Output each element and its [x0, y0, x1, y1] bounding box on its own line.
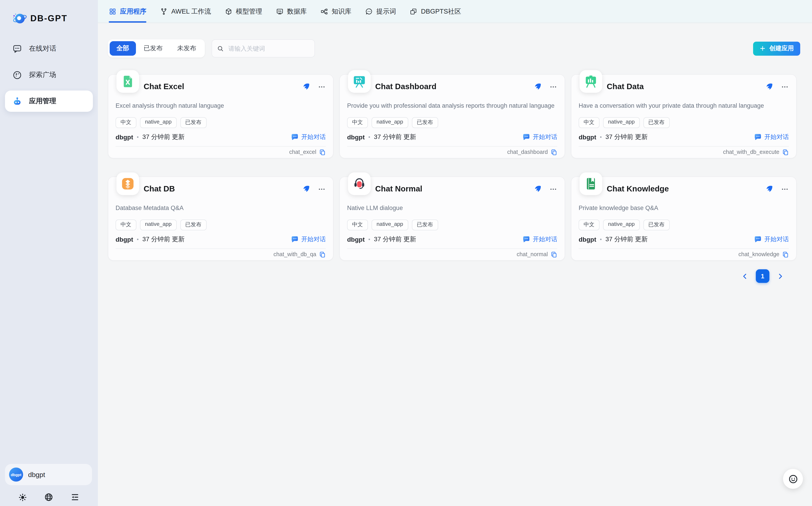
meta-dot: •	[137, 236, 139, 243]
start-chat-link[interactable]: 开始对话	[754, 133, 789, 141]
app-card-chat-dashboard[interactable]: Chat Dashboard Provide you with professi…	[339, 74, 565, 158]
copy-icon[interactable]	[551, 149, 557, 156]
workflow-icon	[160, 7, 167, 15]
meta-dot: •	[600, 134, 602, 140]
chat-start-icon	[291, 133, 298, 141]
tab-awel-workflow[interactable]: AWEL 工作流	[160, 0, 211, 23]
more-menu-icon[interactable]	[318, 185, 326, 193]
app-card-chat-db[interactable]: Chat DB Database Metadata Q&A 中文native_a…	[108, 176, 334, 261]
app-card-updated: 37 分钟前 更新	[142, 235, 185, 244]
copy-icon[interactable]	[782, 149, 789, 156]
create-app-button[interactable]: 创建应用	[753, 41, 800, 56]
plus-icon	[759, 45, 766, 52]
tag-pill: 中文	[116, 220, 136, 230]
app-card-title: Chat Data	[607, 82, 644, 92]
search-icon	[217, 45, 224, 52]
chat-start-icon	[291, 236, 298, 243]
more-menu-icon[interactable]	[781, 185, 789, 193]
start-chat-link[interactable]: 开始对话	[291, 235, 326, 244]
app-card-tags: 中文native_app已发布	[347, 220, 557, 230]
meta-dot: •	[600, 236, 602, 243]
filter-published[interactable]: 已发布	[137, 41, 170, 56]
tag-pill: native_app	[603, 117, 639, 128]
app-card-title: Chat Knowledge	[607, 184, 669, 194]
wing-icon[interactable]	[534, 83, 541, 91]
tag-pill: 已发布	[643, 220, 670, 230]
sidebar-item-explore[interactable]: 探索广场	[5, 64, 93, 86]
app-card-chat-data[interactable]: Chat Data Have a conversation with your …	[571, 74, 797, 158]
collapse-icon[interactable]	[70, 492, 79, 502]
tag-pill: native_app	[140, 220, 177, 230]
more-menu-icon[interactable]	[549, 83, 557, 91]
app-card-owner: dbgpt	[579, 134, 596, 141]
tab-label: 应用程序	[120, 7, 146, 16]
app-card-owner: dbgpt	[116, 134, 133, 141]
language-icon[interactable]	[44, 492, 54, 502]
sidebar-item-online-chat[interactable]: 在线对话	[5, 38, 93, 59]
user-name: dbgpt	[28, 471, 45, 479]
wing-icon[interactable]	[534, 185, 541, 193]
tag-pill: native_app	[140, 117, 177, 128]
search-input[interactable]	[227, 45, 310, 52]
sidebar-item-app-manage[interactable]: 应用管理	[5, 90, 93, 112]
start-chat-link[interactable]: 开始对话	[754, 235, 789, 244]
app-card-owner: dbgpt	[347, 134, 365, 141]
theme-icon[interactable]	[18, 492, 27, 502]
more-menu-icon[interactable]	[549, 185, 557, 193]
app-icon-tile	[580, 70, 602, 93]
tag-pill: 已发布	[180, 220, 206, 230]
filter-unpublished[interactable]: 未发布	[171, 41, 203, 56]
copy-icon[interactable]	[782, 251, 789, 258]
tab-database[interactable]: SQL 数据库	[276, 0, 307, 23]
avatar: dbgpt	[9, 468, 23, 482]
wing-icon[interactable]	[302, 185, 310, 193]
app-card-updated: 37 分钟前 更新	[605, 235, 648, 244]
search-box[interactable]	[212, 39, 315, 58]
sidebar-menu: 在线对话 探索广场 应用管理	[0, 38, 98, 112]
copy-icon[interactable]	[319, 251, 326, 258]
app-card-chat-excel[interactable]: Chat Excel Excel analysis through natura…	[108, 74, 334, 158]
more-menu-icon[interactable]	[318, 83, 326, 91]
app-logo-text: DB-GPT	[30, 14, 68, 23]
chevron-left-icon[interactable]	[741, 273, 748, 279]
tab-dbgpts-community[interactable]: DBGPTS社区	[410, 0, 461, 23]
tab-knowledge[interactable]: 知识库	[320, 0, 351, 23]
tab-apps[interactable]: 应用程序	[109, 0, 146, 23]
start-chat-link[interactable]: 开始对话	[523, 133, 557, 141]
tab-prompt[interactable]: 提示词	[365, 0, 396, 23]
app-card-description: Excel analysis through natural language	[116, 102, 326, 115]
app-card-chat-normal[interactable]: Chat Normal Native LLM dialogue 中文native…	[339, 176, 565, 261]
app-card-grid: Chat Excel Excel analysis through natura…	[108, 74, 800, 261]
app-card-title: Chat Dashboard	[375, 82, 436, 92]
sidebar-item-label: 探索广场	[29, 71, 56, 79]
start-chat-link[interactable]: 开始对话	[291, 133, 326, 141]
tag-pill: native_app	[371, 220, 408, 230]
feedback-fab[interactable]	[783, 469, 803, 489]
wing-icon[interactable]	[765, 83, 773, 91]
grid-icon	[109, 7, 117, 15]
svg-text:SQL: SQL	[278, 10, 281, 12]
wing-icon[interactable]	[765, 185, 773, 193]
dbgpt-app-window: DB-GPT 在线对话 探索广场 应用管理 dbgpt dbgpt 应用程序 A…	[0, 0, 812, 506]
more-menu-icon[interactable]	[781, 83, 789, 91]
copy-icon[interactable]	[319, 149, 326, 156]
page-1-button[interactable]: 1	[756, 269, 769, 283]
chat-bubble-icon	[12, 44, 22, 54]
main-area: 应用程序 AWEL 工作流 模型管理 SQL 数据库 知识库 提示词 DBGPT…	[98, 0, 812, 506]
headset-icon	[352, 177, 366, 190]
explore-icon	[12, 70, 22, 80]
tag-pill: 已发布	[412, 117, 438, 128]
chevron-right-icon[interactable]	[777, 273, 784, 279]
community-icon	[410, 7, 417, 15]
start-chat-link[interactable]: 开始对话	[523, 235, 557, 244]
app-card-title: Chat DB	[144, 184, 175, 194]
excel-file-icon	[121, 75, 135, 88]
tab-model-manage[interactable]: 模型管理	[224, 0, 262, 23]
copy-icon[interactable]	[551, 251, 557, 258]
user-pill[interactable]: dbgpt dbgpt	[5, 464, 92, 485]
wing-icon[interactable]	[302, 83, 310, 91]
app-card-chat-knowledge[interactable]: Chat Knowledge Private knowledge base Q&…	[571, 176, 797, 261]
top-nav: 应用程序 AWEL 工作流 模型管理 SQL 数据库 知识库 提示词 DBGPT…	[98, 0, 812, 23]
filter-all[interactable]: 全部	[110, 41, 136, 56]
app-card-description: Database Metadata Q&A	[116, 204, 326, 218]
